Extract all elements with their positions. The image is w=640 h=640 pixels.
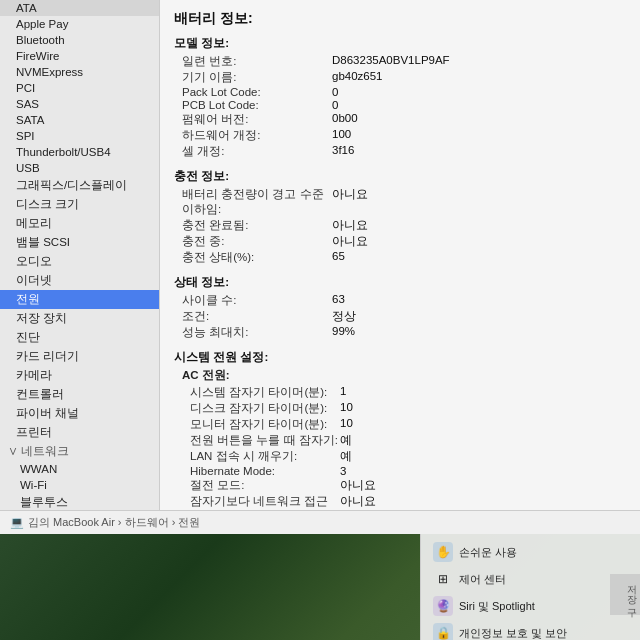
info-row: 성능 최대치:99%	[174, 325, 626, 340]
sidebar-item-bluetooth2[interactable]: 블루투스	[0, 493, 159, 510]
right-label: 저장 구	[610, 574, 640, 615]
sidebar-item-card-reader[interactable]: 카드 리더기	[0, 347, 159, 366]
info-value: 0	[332, 99, 338, 111]
info-row: 일련 번호:D863235A0BV1LP9AF	[174, 54, 626, 69]
bottom-area: ✋손쉬운 사용⊞제어 센터🔮Siri 및 Spotlight🔒개인정보 보호 및…	[0, 534, 640, 640]
breadcrumb: 김의 MacBook Air › 하드웨어 › 전원	[28, 515, 200, 530]
info-row: 디스크 잠자기 타이머(분):10	[174, 401, 626, 416]
info-row: 배터리 충전량이 경고 수준 이하임:아니요	[174, 187, 626, 217]
info-key: 충전 상태(%):	[182, 250, 332, 265]
sidebar-item-sas[interactable]: SAS	[0, 96, 159, 112]
sidebar-item-fiber-channel[interactable]: 파이버 채널	[0, 404, 159, 423]
breadcrumb-bar: 💻 김의 MacBook Air › 하드웨어 › 전원	[0, 510, 640, 534]
sidebar-item-pci[interactable]: PCI	[0, 80, 159, 96]
info-key: 잠자기보다 네트워크 접근성 우선:	[190, 494, 340, 510]
sidebar-item-disk-size[interactable]: 디스크 크기	[0, 195, 159, 214]
notif-item-handoff[interactable]: ✋손쉬운 사용	[429, 540, 632, 564]
sidebar-item-usb[interactable]: USB	[0, 160, 159, 176]
info-key: 디스크 잠자기 타이머(분):	[190, 401, 340, 416]
sidebar: ATAApple PayBluetoothFireWireNVMExpressP…	[0, 0, 160, 510]
info-value: 아니요	[332, 187, 368, 217]
info-row: PCB Lot Code:0	[174, 99, 626, 111]
sidebar-item-apple-pay[interactable]: Apple Pay	[0, 16, 159, 32]
info-key: 셀 개정:	[182, 144, 332, 159]
sidebar-item-diagnosis[interactable]: 진단	[0, 328, 159, 347]
info-value: 10	[340, 417, 353, 432]
info-key: Hibernate Mode:	[190, 465, 340, 477]
notif-item-privacy[interactable]: 🔒개인정보 보호 및 보안	[429, 621, 632, 640]
info-row: 충전 중:아니요	[174, 234, 626, 249]
sidebar-item-network-group[interactable]: ∨ 네트워크	[0, 442, 159, 461]
info-row: 사이클 수:63	[174, 293, 626, 308]
battery-model-section: 모델 정보: 일련 번호:D863235A0BV1LP9AF기기 이름:gb40…	[174, 36, 626, 159]
info-row: Pack Lot Code:0	[174, 86, 626, 98]
info-row: 셀 개정:3f16	[174, 144, 626, 159]
sidebar-item-audio[interactable]: 오디오	[0, 252, 159, 271]
info-key: LAN 접속 시 깨우기:	[190, 449, 340, 464]
info-key: 모니터 잠자기 타이머(분):	[190, 417, 340, 432]
privacy-icon: 🔒	[433, 623, 453, 640]
info-value: 63	[332, 293, 345, 308]
sidebar-item-printer-scsi[interactable]: 뱀블 SCSI	[0, 233, 159, 252]
info-key: PCB Lot Code:	[182, 99, 332, 111]
content-area: 배터리 정보: 모델 정보: 일련 번호:D863235A0BV1LP9AF기기…	[160, 0, 640, 510]
info-row: 충전 완료됨:아니요	[174, 218, 626, 233]
sidebar-item-printer[interactable]: 프린터	[0, 423, 159, 442]
notif-label: 개인정보 보호 및 보안	[459, 626, 567, 641]
sidebar-item-camera[interactable]: 카메라	[0, 366, 159, 385]
battery-model-label: 모델 정보:	[174, 36, 626, 51]
sidebar-item-thunderbolt[interactable]: Thunderbolt/USB4	[0, 144, 159, 160]
info-key: 충전 중:	[182, 234, 332, 249]
info-value: 0	[332, 86, 338, 98]
notif-item-control-center[interactable]: ⊞제어 센터	[429, 567, 632, 591]
charge-fields: 배터리 충전량이 경고 수준 이하임:아니요충전 완료됨:아니요충전 중:아니요…	[174, 187, 626, 265]
power-settings-section: 시스템 전원 설정: AC 전원: 시스템 잠자기 타이머(분):1디스크 잠자…	[174, 350, 626, 510]
sidebar-item-graphics-display[interactable]: 그래픽스/디스플레이	[0, 176, 159, 195]
info-value: 아니요	[332, 218, 368, 233]
notification-panel: ✋손쉬운 사용⊞제어 센터🔮Siri 및 Spotlight🔒개인정보 보호 및…	[420, 534, 640, 640]
info-row: Hibernate Mode:3	[174, 465, 626, 477]
info-row: 조건:정상	[174, 309, 626, 324]
info-value: 정상	[332, 309, 356, 324]
sidebar-item-memory[interactable]: 메모리	[0, 214, 159, 233]
sidebar-item-sata[interactable]: SATA	[0, 112, 159, 128]
info-value: gb40z651	[332, 70, 383, 85]
info-key: 펌웨어 버전:	[182, 112, 332, 127]
sidebar-item-power[interactable]: 전원	[0, 290, 159, 309]
sidebar-item-ethernet[interactable]: 이더넷	[0, 271, 159, 290]
info-value: 1	[340, 385, 346, 400]
info-key: 절전 모드:	[190, 478, 340, 493]
sidebar-item-wwan[interactable]: WWAN	[0, 461, 159, 477]
main-container: ATAApple PayBluetoothFireWireNVMExpressP…	[0, 0, 640, 510]
info-value: 아니요	[340, 478, 376, 493]
info-key: 배터리 충전량이 경고 수준 이하임:	[182, 187, 332, 217]
info-value: 0b00	[332, 112, 358, 127]
info-key: 일련 번호:	[182, 54, 332, 69]
charge-label: 충전 정보:	[174, 169, 626, 184]
sidebar-item-controller[interactable]: 컨트롤러	[0, 385, 159, 404]
info-row: 펌웨어 버전:0b00	[174, 112, 626, 127]
info-key: 조건:	[182, 309, 332, 324]
status-section: 상태 정보: 사이클 수:63조건:정상성능 최대치:99%	[174, 275, 626, 340]
status-fields: 사이클 수:63조건:정상성능 최대치:99%	[174, 293, 626, 340]
sidebar-item-storage[interactable]: 저장 장치	[0, 309, 159, 328]
info-row: 모니터 잠자기 타이머(분):10	[174, 417, 626, 432]
sidebar-item-spi[interactable]: SPI	[0, 128, 159, 144]
info-key: 전원 버튼을 누를 때 잠자기:	[190, 433, 340, 448]
info-value: 10	[340, 401, 353, 416]
status-label: 상태 정보:	[174, 275, 626, 290]
info-value: 3	[340, 465, 346, 477]
notif-item-siri[interactable]: 🔮Siri 및 Spotlight	[429, 594, 632, 618]
sidebar-item-bluetooth[interactable]: Bluetooth	[0, 32, 159, 48]
sidebar-item-ata[interactable]: ATA	[0, 0, 159, 16]
sidebar-item-wifi[interactable]: Wi-Fi	[0, 477, 159, 493]
info-value: 예	[340, 433, 352, 448]
breadcrumb-icon: 💻	[10, 516, 24, 529]
notif-label: 제어 센터	[459, 572, 506, 587]
notif-label: 손쉬운 사용	[459, 545, 517, 560]
sidebar-item-firewire[interactable]: FireWire	[0, 48, 159, 64]
info-key: 기기 이름:	[182, 70, 332, 85]
info-value: 아니요	[340, 494, 376, 510]
info-row: LAN 접속 시 깨우기:예	[174, 449, 626, 464]
sidebar-item-nvmexpress[interactable]: NVMExpress	[0, 64, 159, 80]
